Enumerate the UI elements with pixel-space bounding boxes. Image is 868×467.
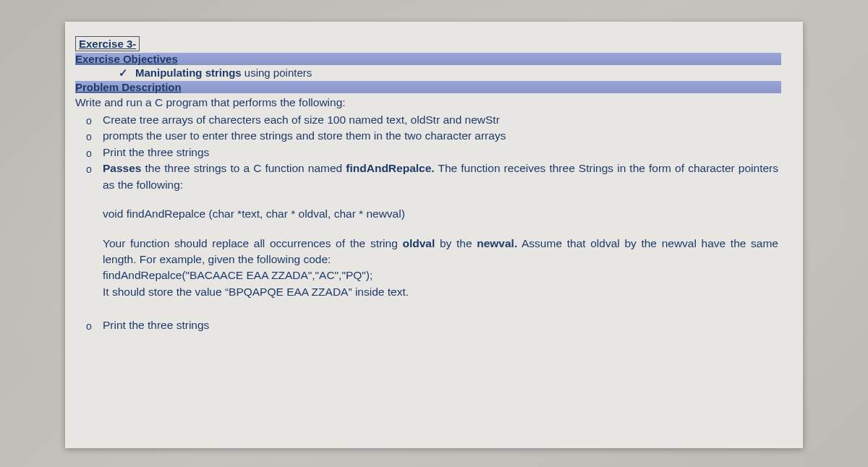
bullet-icon: o (75, 317, 103, 333)
example-call: findAndRepalce("BACAACE EAA ZZADA","AC",… (103, 267, 781, 283)
objective-rest-part: using pointers (244, 67, 312, 79)
bullet-icon: o (75, 128, 103, 144)
text-part: Your function should replace all occurre… (103, 237, 402, 249)
spacer (75, 300, 781, 317)
function-name: findAndRepalce. (346, 162, 434, 174)
bullet-text: prompts the user to enter three strings … (103, 128, 781, 144)
bullet-text: Print the three strings (103, 145, 781, 160)
example-result: It should store the value “BPQAPQE EAA Z… (103, 284, 781, 300)
bold-word: Passes (103, 162, 141, 174)
list-item: o Create tree arrays of charecters each … (75, 112, 781, 128)
checkmark-icon: ✓ (119, 67, 128, 80)
objectives-header: Exercise Objectives (75, 53, 781, 65)
document-page: Exercise 3- Exercise Objectives ✓ Manipu… (65, 22, 803, 448)
objective-bold-part: Manipulating strings (135, 67, 244, 79)
exercise-title: Exercise 3- (75, 36, 140, 51)
list-item: o Print the three strings (75, 317, 781, 333)
bullet-text: Create tree arrays of charecters each of… (103, 112, 781, 128)
bullet-icon: o (75, 145, 103, 160)
list-item: o prompts the user to enter three string… (75, 128, 781, 144)
spacer (75, 223, 781, 236)
objective-text: Manipulating strings using pointers (135, 67, 312, 79)
bullet-icon: o (75, 160, 103, 176)
function-signature: void findAndRepalce (char *text, char * … (103, 206, 781, 222)
list-item: o Passes the three strings to a C functi… (75, 160, 781, 193)
objective-item: ✓ Manipulating strings using pointers (75, 67, 781, 80)
newval-term: newval. (477, 237, 517, 249)
spacer (75, 193, 781, 206)
bullet-text: Passes the three strings to a C function… (103, 160, 781, 193)
description-paragraph: Your function should replace all occurre… (103, 236, 781, 268)
text-part: by the (435, 237, 477, 249)
text-part: the three strings to a C function named (141, 162, 346, 174)
list-item: o Print the three strings (75, 145, 781, 160)
bullet-text: Print the three strings (103, 317, 781, 333)
problem-header: Problem Description (75, 81, 781, 93)
bullet-list: o Create tree arrays of charecters each … (75, 112, 781, 334)
oldval-term: oldval (402, 237, 435, 249)
intro-text: Write and run a C program that performs … (75, 95, 781, 111)
bullet-icon: o (75, 112, 103, 128)
